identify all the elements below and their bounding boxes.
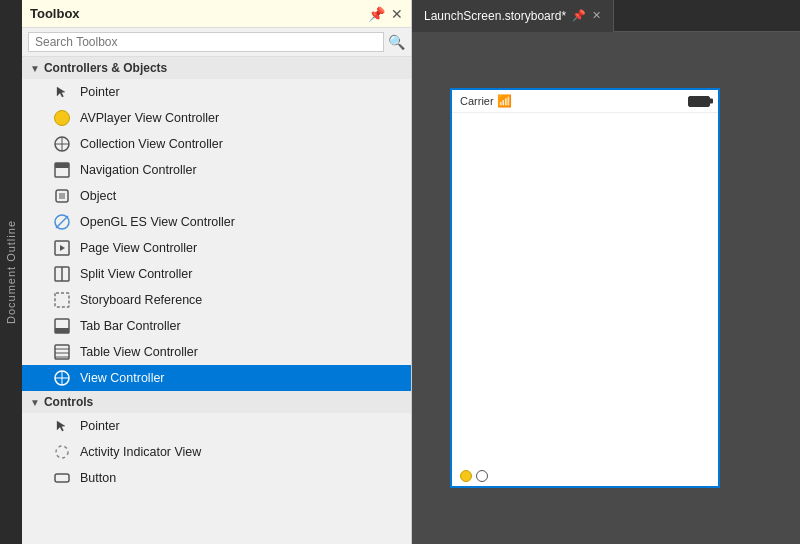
- list-item[interactable]: Page View Controller: [22, 235, 411, 261]
- search-icon[interactable]: 🔍: [388, 34, 405, 50]
- storyboard-canvas[interactable]: ▶ Carrier 📶: [412, 32, 800, 544]
- item-label: AVPlayer View Controller: [80, 111, 403, 125]
- list-item[interactable]: Button: [22, 465, 411, 491]
- group-controllers-objects[interactable]: ▼ Controllers & Objects: [22, 57, 411, 79]
- list-item[interactable]: Table View Controller: [22, 339, 411, 365]
- storyboard-ref-icon: [52, 290, 72, 310]
- item-label: Table View Controller: [80, 345, 403, 359]
- group-arrow-icon: ▼: [30, 397, 40, 408]
- item-label: Pointer: [80, 85, 403, 99]
- item-label: Object: [80, 189, 403, 203]
- opengl-vc-icon: [52, 212, 72, 232]
- list-item[interactable]: Activity Indicator View: [22, 439, 411, 465]
- page-vc-icon: [52, 238, 72, 258]
- object-icon: [52, 186, 72, 206]
- list-item[interactable]: Pointer: [22, 413, 411, 439]
- toolbox-list: ▼ Controllers & Objects Pointer AVPlayer…: [22, 57, 411, 544]
- editor-tab-bar: LaunchScreen.storyboard* 📌 ✕: [412, 0, 800, 32]
- list-item[interactable]: Split View Controller: [22, 261, 411, 287]
- item-label: Activity Indicator View: [80, 445, 403, 459]
- svg-rect-6: [59, 193, 65, 199]
- group-arrow-icon: ▼: [30, 63, 40, 74]
- button-item-icon: [52, 468, 72, 488]
- item-label: Button: [80, 471, 403, 485]
- toolbox-header: Toolbox 📌 ✕: [22, 0, 411, 28]
- bottom-grid-icon: [476, 470, 488, 482]
- list-item[interactable]: Pointer: [22, 79, 411, 105]
- document-outline-panel: Document Outline: [0, 0, 22, 544]
- close-tab-icon[interactable]: ✕: [592, 9, 601, 22]
- document-outline-label: Document Outline: [5, 220, 17, 324]
- svg-rect-4: [55, 163, 69, 168]
- list-item[interactable]: Storyboard Reference: [22, 287, 411, 313]
- collection-vc-icon: [52, 134, 72, 154]
- navigation-vc-icon: [52, 160, 72, 180]
- activity-indicator-icon: [52, 442, 72, 462]
- svg-point-23: [56, 446, 68, 458]
- list-item[interactable]: Object: [22, 183, 411, 209]
- split-vc-icon: [52, 264, 72, 284]
- avplayer-icon: [52, 108, 72, 128]
- group-controls[interactable]: ▼ Controls: [22, 391, 411, 413]
- carrier-text: Carrier: [460, 95, 494, 107]
- svg-rect-15: [55, 328, 69, 333]
- phone-status-bar: Carrier 📶: [452, 90, 718, 113]
- pointer2-icon: [52, 416, 72, 436]
- svg-line-8: [56, 216, 68, 228]
- tableview-vc-icon: [52, 342, 72, 362]
- carrier-label: Carrier 📶: [460, 94, 512, 108]
- svg-rect-24: [55, 474, 69, 482]
- battery-icon: [688, 96, 710, 107]
- toolbox-search-bar: 🔍: [22, 28, 411, 57]
- item-label: Split View Controller: [80, 267, 403, 281]
- wifi-icon: 📶: [497, 94, 512, 108]
- close-toolbox-icon[interactable]: ✕: [391, 6, 403, 22]
- tab-label: LaunchScreen.storyboard*: [424, 9, 566, 23]
- svg-marker-10: [60, 245, 65, 251]
- list-item[interactable]: OpenGL ES View Controller: [22, 209, 411, 235]
- search-input[interactable]: [28, 32, 384, 52]
- list-item[interactable]: Tab Bar Controller: [22, 313, 411, 339]
- toolbox-header-icons: 📌 ✕: [368, 6, 403, 22]
- list-item[interactable]: AVPlayer View Controller: [22, 105, 411, 131]
- item-label: Storyboard Reference: [80, 293, 403, 307]
- list-item[interactable]: Navigation Controller: [22, 157, 411, 183]
- item-label: Navigation Controller: [80, 163, 403, 177]
- phone-bottom-bar: [452, 466, 718, 486]
- tabbar-vc-icon: [52, 316, 72, 336]
- toolbox-panel: Toolbox 📌 ✕ 🔍 ▼ Controllers & Objects Po…: [22, 0, 412, 544]
- list-item[interactable]: View Controller: [22, 365, 411, 391]
- item-label: Tab Bar Controller: [80, 319, 403, 333]
- list-item[interactable]: Collection View Controller: [22, 131, 411, 157]
- item-label: View Controller: [80, 371, 403, 385]
- main-editor-area: LaunchScreen.storyboard* 📌 ✕ ▶ Carrier 📶: [412, 0, 800, 544]
- pin-window-icon[interactable]: 📌: [368, 6, 385, 22]
- tab-launchscreen-storyboard[interactable]: LaunchScreen.storyboard* 📌 ✕: [412, 0, 614, 32]
- pin-tab-icon[interactable]: 📌: [572, 9, 586, 22]
- group-label: Controls: [44, 395, 93, 409]
- bottom-yellow-icon: [460, 470, 472, 482]
- group-label: Controllers & Objects: [44, 61, 167, 75]
- item-label: Page View Controller: [80, 241, 403, 255]
- toolbox-title: Toolbox: [30, 6, 80, 21]
- view-vc-icon: [52, 368, 72, 388]
- item-label: Pointer: [80, 419, 403, 433]
- item-label: Collection View Controller: [80, 137, 403, 151]
- view-controller-frame[interactable]: Carrier 📶: [450, 88, 720, 488]
- pointer-icon: [52, 82, 72, 102]
- phone-content-area: [452, 113, 718, 466]
- item-label: OpenGL ES View Controller: [80, 215, 403, 229]
- svg-rect-13: [55, 293, 69, 307]
